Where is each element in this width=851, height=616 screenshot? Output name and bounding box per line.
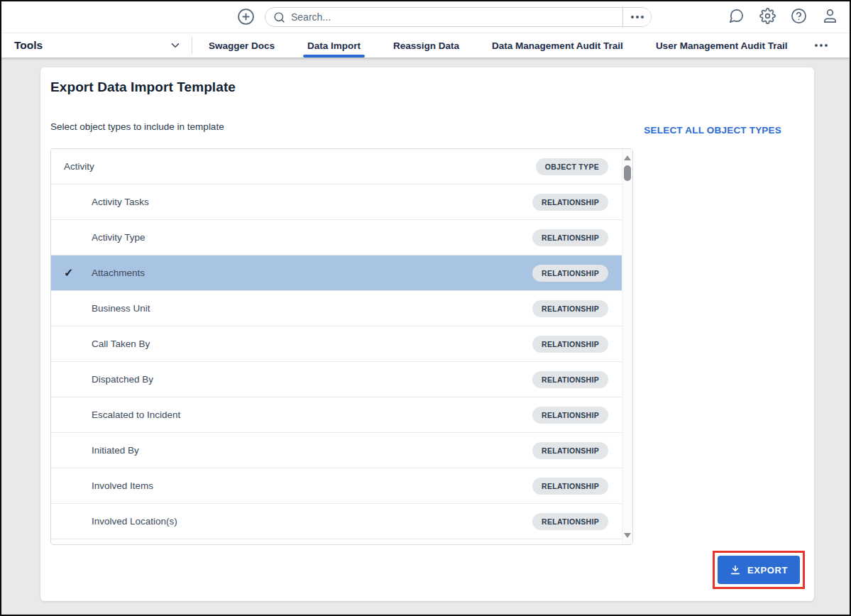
- type-badge: RELATIONSHIP: [532, 478, 608, 495]
- tab-user-management-audit-trail[interactable]: User Management Audit Trail: [639, 33, 804, 57]
- help-circle-icon: [791, 8, 807, 26]
- list-item-label: Activity: [64, 161, 94, 172]
- type-badge: RELATIONSHIP: [532, 513, 608, 530]
- chevron-down-icon: [169, 39, 182, 52]
- main-area: Export Data Import Template Select objec…: [1, 57, 850, 615]
- add-button[interactable]: [236, 8, 255, 26]
- search-input[interactable]: [291, 11, 622, 23]
- user-icon: [822, 8, 838, 26]
- type-badge: RELATIONSHIP: [532, 371, 608, 388]
- tab-label: User Management Audit Trail: [656, 40, 788, 51]
- scroll-thumb[interactable]: [624, 165, 631, 181]
- type-badge: RELATIONSHIP: [532, 194, 608, 211]
- tab-reassign-data[interactable]: Reassign Data: [377, 33, 476, 57]
- list-item-label: Business Unit: [92, 303, 150, 314]
- type-badge: RELATIONSHIP: [532, 265, 608, 282]
- scrollbar[interactable]: [622, 149, 632, 544]
- list-item-activity-tasks[interactable]: Activity TasksRELATIONSHIP: [51, 185, 622, 220]
- scroll-down-icon[interactable]: [624, 533, 631, 538]
- download-icon: [730, 564, 741, 576]
- tab-label: Swagger Docs: [209, 40, 275, 51]
- user-menu-button[interactable]: [821, 9, 838, 26]
- top-bar: [1, 1, 850, 33]
- tools-label: Tools: [14, 39, 169, 52]
- list-item-label: Escalated to Incident: [92, 409, 180, 420]
- list-item-dispatched-by[interactable]: Dispatched ByRELATIONSHIP: [51, 362, 622, 397]
- top-bar-icons: [728, 9, 838, 26]
- object-type-list: ActivityOBJECT TYPEActivity TasksRELATIO…: [50, 148, 633, 545]
- tab-label: Reassign Data: [393, 40, 459, 51]
- search-bar[interactable]: [265, 7, 652, 27]
- plus-circle-icon: [237, 17, 255, 28]
- chat-button[interactable]: [728, 9, 745, 26]
- tab-overflow-button[interactable]: [803, 33, 839, 57]
- gear-icon: [759, 8, 776, 26]
- list-item-attachments[interactable]: ✓AttachmentsRELATIONSHIP: [51, 255, 622, 291]
- list-item-label: Dispatched By: [92, 374, 153, 385]
- type-badge: RELATIONSHIP: [532, 229, 608, 246]
- object-type-list-rows: ActivityOBJECT TYPEActivity TasksRELATIO…: [51, 149, 622, 544]
- export-button-label: EXPORT: [747, 565, 788, 576]
- scroll-up-icon[interactable]: [624, 155, 631, 160]
- settings-button[interactable]: [759, 9, 776, 26]
- tab-bar: Tools Swagger DocsData ImportReassign Da…: [1, 33, 850, 57]
- list-item-involved-items[interactable]: Involved ItemsRELATIONSHIP: [51, 468, 622, 504]
- type-badge: RELATIONSHIP: [532, 407, 608, 424]
- list-item-initiated-by[interactable]: Initiated ByRELATIONSHIP: [51, 433, 622, 468]
- tab-list: Swagger DocsData ImportReassign DataData…: [192, 33, 850, 57]
- app-window: Tools Swagger DocsData ImportReassign Da…: [0, 0, 851, 616]
- help-button[interactable]: [790, 9, 807, 26]
- type-badge: RELATIONSHIP: [532, 300, 608, 317]
- tab-swagger-docs[interactable]: Swagger Docs: [192, 33, 291, 57]
- list-item-activity-type[interactable]: Activity TypeRELATIONSHIP: [51, 220, 622, 255]
- export-template-card: Export Data Import Template Select objec…: [40, 67, 814, 601]
- list-item-involved-location-s[interactable]: Involved Location(s)RELATIONSHIP: [51, 504, 622, 539]
- export-button-highlight: EXPORT: [713, 551, 805, 589]
- tab-label: Data Management Audit Trail: [492, 40, 623, 51]
- list-item-label: Attachments: [92, 268, 145, 278]
- list-item-label: Call Taken By: [92, 339, 150, 349]
- more-icon: [815, 44, 828, 47]
- tab-label: Data Import: [307, 40, 361, 51]
- chat-icon: [728, 8, 745, 26]
- list-item-label: Activity Type: [92, 232, 146, 243]
- tools-dropdown[interactable]: Tools: [1, 33, 192, 57]
- list-item-label: Activity Tasks: [92, 197, 149, 207]
- page-subtitle: Select object types to include in templa…: [50, 121, 224, 132]
- list-item-escalated-to-incident[interactable]: Escalated to IncidentRELATIONSHIP: [51, 397, 622, 433]
- list-item-label: Involved Items: [92, 480, 153, 491]
- page-title: Export Data Import Template: [50, 79, 236, 95]
- check-icon: ✓: [64, 268, 73, 279]
- list-item-call-taken-by[interactable]: Call Taken ByRELATIONSHIP: [51, 326, 622, 362]
- list-item-business-unit[interactable]: Business UnitRELATIONSHIP: [51, 291, 622, 326]
- search-options-button[interactable]: [622, 8, 651, 26]
- list-item-activity[interactable]: ActivityOBJECT TYPE: [51, 149, 622, 185]
- type-badge: RELATIONSHIP: [532, 442, 608, 459]
- export-button[interactable]: EXPORT: [718, 556, 800, 584]
- more-icon: [631, 16, 644, 18]
- search-icon: [273, 11, 285, 23]
- list-item-label: Initiated By: [92, 445, 139, 456]
- select-all-object-types-link[interactable]: SELECT ALL OBJECT TYPES: [644, 125, 781, 136]
- type-badge: RELATIONSHIP: [532, 336, 608, 353]
- type-badge: OBJECT TYPE: [536, 158, 608, 175]
- list-item-label: Involved Location(s): [92, 516, 177, 527]
- tab-data-import[interactable]: Data Import: [291, 33, 377, 57]
- tab-data-management-audit-trail[interactable]: Data Management Audit Trail: [476, 33, 639, 57]
